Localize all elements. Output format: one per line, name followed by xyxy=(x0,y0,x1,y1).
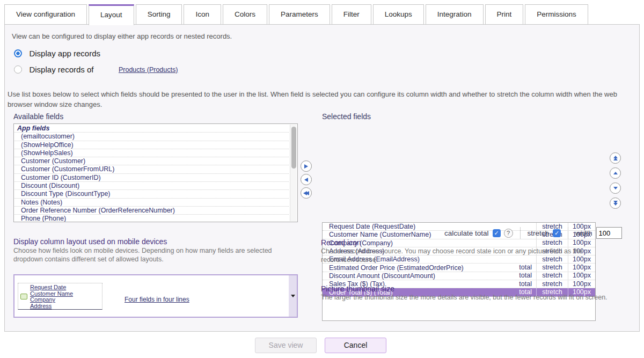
record-icon-desc: Choose record icon source. You may choos… xyxy=(321,247,594,264)
arrow-down-icon xyxy=(613,187,618,189)
tab-print[interactable]: Print xyxy=(485,4,524,25)
column-controls: calculate total ✓ ? stretch ✓ width xyxy=(444,227,622,239)
tab-icon[interactable]: Icon xyxy=(184,4,221,25)
tab-integration[interactable]: Integration xyxy=(426,4,484,25)
tab-colors[interactable]: Colors xyxy=(223,4,267,25)
help-icon[interactable]: ? xyxy=(504,229,513,238)
move-down-button[interactable] xyxy=(610,182,621,194)
tab-permissions[interactable]: Permissions xyxy=(525,4,588,25)
cancel-button[interactable]: Cancel xyxy=(325,338,386,353)
mobile-field-link[interactable]: Address xyxy=(30,303,73,310)
field-name: Discount Amount (DiscountAmount) xyxy=(323,272,511,280)
width-label: width xyxy=(575,229,592,237)
width-value: 100px xyxy=(568,272,595,280)
move-right-button[interactable] xyxy=(301,160,312,172)
tab-parameters[interactable]: Parameters xyxy=(269,4,330,25)
radio-app-records-label: Display app records xyxy=(29,49,100,58)
stretch-checkbox[interactable]: ✓ xyxy=(553,229,561,237)
dropdown-strip[interactable] xyxy=(289,275,297,317)
total-flag: total xyxy=(511,264,536,272)
record-icon-heading: Record icon xyxy=(321,238,361,247)
mobile-layout-dropdown[interactable]: Request DateCustomer NameCompanyAddress … xyxy=(13,274,298,318)
tab-sorting[interactable]: Sorting xyxy=(136,4,182,25)
stretch-flag: stretch xyxy=(537,272,568,280)
move-to-top-button[interactable] xyxy=(610,152,621,164)
move-all-left-button[interactable] xyxy=(301,187,312,199)
available-field-item[interactable]: Customer (Customer) xyxy=(14,157,289,165)
calculate-total-checkbox[interactable]: ✓ xyxy=(493,229,501,237)
layout-option-link[interactable]: Four fields in four lines xyxy=(125,296,189,303)
field-group-label: App fields xyxy=(14,125,289,133)
scrollbar-thumb[interactable] xyxy=(291,127,296,169)
selected-field-row[interactable]: Company (Company)stretch100px xyxy=(323,239,595,247)
tab-lookups[interactable]: Lookups xyxy=(373,4,424,25)
stretch-flag: stretch xyxy=(537,239,568,247)
width-input[interactable] xyxy=(596,227,622,239)
stretch-flag: stretch xyxy=(537,264,568,272)
available-field-item[interactable]: Discount Type (DiscountType) xyxy=(14,190,289,198)
available-fields-list: App fields(emailtocustomer)(ShowHelpOffi… xyxy=(14,125,289,222)
mobile-layout-heading: Display column layout used on mobile dev… xyxy=(13,237,167,246)
selected-field-row[interactable]: Estimated Order Price (EstimatedOrderPri… xyxy=(323,264,595,272)
width-value: 100px xyxy=(568,239,595,247)
move-left-button[interactable] xyxy=(301,174,312,185)
tab-filter[interactable]: Filter xyxy=(332,4,371,25)
total-flag: total xyxy=(511,280,536,288)
width-value: 100px xyxy=(568,280,595,288)
mobile-layout-desc: Choose how fields look on mobile devices… xyxy=(13,246,301,264)
record-state-icon xyxy=(20,294,27,299)
thumbnail-heading: Picture thumbnail size xyxy=(321,284,394,293)
divider xyxy=(520,227,521,239)
mobile-preview-cell: Request DateCustomer NameCompanyAddress xyxy=(18,283,103,310)
available-field-item[interactable]: Phone (Phone) xyxy=(14,215,289,222)
arrow-up-icon xyxy=(613,172,618,174)
mobile-preview-fields: Request DateCustomer NameCompanyAddress xyxy=(30,284,73,310)
radio-records-of-label: Display records of xyxy=(29,65,93,74)
stretch-flag: stretch xyxy=(537,280,568,288)
scrollbar-track[interactable] xyxy=(290,125,297,221)
available-field-item[interactable]: Discount (Discount) xyxy=(14,182,289,190)
selected-field-row[interactable]: Discount Amount (DiscountAmount)totalstr… xyxy=(323,272,595,280)
listbox-note: Use list boxes below to select which fie… xyxy=(8,89,635,109)
save-view-button[interactable]: Save view xyxy=(255,338,317,353)
available-field-item[interactable]: (ShowHelpOffice) xyxy=(14,141,289,149)
intro-text: View can be configured to display either… xyxy=(12,32,232,40)
nested-table-link[interactable]: Products (Products) xyxy=(119,66,178,74)
mobile-field-link[interactable]: Request Date xyxy=(30,284,73,291)
radio-display-app-records[interactable]: Display app records xyxy=(14,48,100,58)
radio-on-icon[interactable] xyxy=(14,49,22,57)
view-configuration-dialog: View configurationLayoutSortingIconColor… xyxy=(0,0,644,358)
move-up-button[interactable] xyxy=(610,167,621,179)
available-fields-label: Available fields xyxy=(13,112,63,121)
available-field-item[interactable]: Notes (Notes) xyxy=(14,199,289,207)
field-name: Estimated Order Price (EstimatedOrderPri… xyxy=(323,264,511,272)
stretch-label: stretch xyxy=(528,229,550,237)
arrow-right-icon xyxy=(304,164,308,169)
radio-off-icon[interactable] xyxy=(14,65,22,74)
tab-layout[interactable]: Layout xyxy=(89,4,134,25)
available-field-item[interactable]: Customer (CustomerFromURL) xyxy=(14,165,289,173)
divider xyxy=(568,227,568,239)
tab-view-configuration[interactable]: View configuration xyxy=(4,4,87,25)
double-arrow-left-icon xyxy=(304,191,309,195)
move-to-bottom-button[interactable] xyxy=(610,198,621,209)
total-flag: total xyxy=(511,272,536,280)
tab-bar: View configurationLayoutSortingIconColor… xyxy=(4,4,588,25)
selected-fields-label: Selected fields xyxy=(322,112,371,121)
available-field-item[interactable]: Order Reference Number (OrderReferenceNu… xyxy=(14,207,289,215)
available-field-item[interactable]: (emailtocustomer) xyxy=(14,133,289,141)
calculate-total-label: calculate total xyxy=(444,229,489,237)
chevron-down-icon xyxy=(291,295,295,297)
thumbnail-desc: The larger the thumbnail size the more d… xyxy=(321,293,613,302)
available-field-item[interactable]: (ShowHelpSales) xyxy=(14,149,289,157)
double-arrow-down-icon xyxy=(613,201,618,206)
width-value: 100px xyxy=(568,264,595,272)
available-fields-listbox[interactable]: App fields(emailtocustomer)(ShowHelpOffi… xyxy=(13,123,298,222)
available-field-item[interactable]: Customer ID (CustomerID) xyxy=(14,174,289,182)
radio-display-records-of[interactable]: Display records of Products (Products) xyxy=(14,64,178,74)
double-arrow-up-icon xyxy=(613,156,618,160)
arrow-left-icon xyxy=(304,178,308,182)
